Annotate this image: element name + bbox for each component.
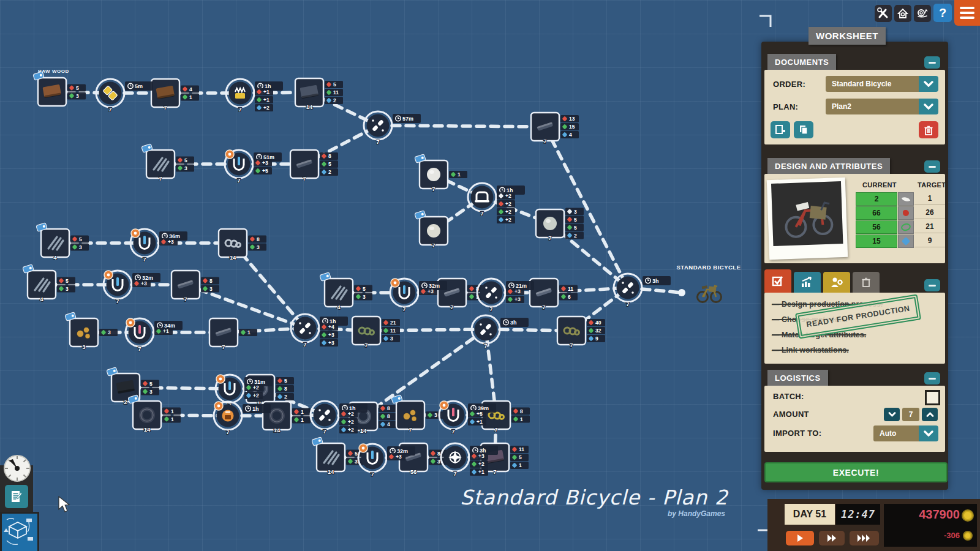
node-saw[interactable]: 5m7 xyxy=(96,79,153,113)
tab-delete[interactable] xyxy=(853,272,880,293)
node-gold-parts[interactable]: 37 xyxy=(391,395,444,433)
feather-icon xyxy=(898,192,914,206)
import-to-chevron[interactable] xyxy=(919,425,938,441)
node-tube-a[interactable]: 1114 xyxy=(128,395,181,433)
amount-increase-button[interactable] xyxy=(922,408,938,421)
node-seat[interactable]: 35527 xyxy=(536,208,584,242)
svg-text:+1: +1 xyxy=(478,469,484,475)
attribute-delta-badge: +1 xyxy=(468,418,486,425)
fastest-forward-button[interactable] xyxy=(850,531,879,545)
svg-text:11: 11 xyxy=(568,286,573,292)
delete-plan-button[interactable] xyxy=(919,121,938,138)
new-plan-button[interactable] xyxy=(771,121,790,138)
machine-marker-icon xyxy=(391,279,399,287)
node-frame[interactable]: 131547 xyxy=(531,113,579,144)
svg-text:+2: +2 xyxy=(263,105,270,111)
node-metal-sheet-a[interactable]: 537 xyxy=(141,144,194,182)
node-lathe-b[interactable]: 36m+37 xyxy=(130,229,187,263)
production-overview-button[interactable] xyxy=(0,512,39,551)
money-value: 437900 xyxy=(919,508,960,522)
svg-text:3: 3 xyxy=(76,93,79,99)
node-lathe-a[interactable]: 51m+3+57 xyxy=(225,150,282,184)
node-wire[interactable]: 17 xyxy=(209,318,257,350)
order-dropdown[interactable]: Standard Bicycle xyxy=(826,76,925,92)
attribute-badge: 8 xyxy=(379,405,397,412)
tools-button[interactable] xyxy=(875,5,892,22)
fast-forward-button[interactable] xyxy=(819,531,845,545)
attribute-badge: 6 xyxy=(559,293,578,301)
play-button[interactable] xyxy=(786,531,814,545)
svg-text:+3: +3 xyxy=(428,288,434,294)
node-handlebar[interactable]: 1167 xyxy=(530,279,578,310)
node-frame-part[interactable]: 8527 xyxy=(290,150,338,182)
attr-target-3: 9 xyxy=(914,234,945,247)
node-chain-set[interactable]: 403297 xyxy=(557,317,605,348)
node-tube-part[interactable]: 837 xyxy=(172,271,219,302)
node-press[interactable]: 1h+1+1+27 xyxy=(226,79,283,113)
logistics-header: LOGISTICS xyxy=(767,370,828,386)
plan-dropdown-chevron[interactable] xyxy=(919,99,938,114)
node-asm-d[interactable]: 3h7 xyxy=(472,315,529,349)
node-cut-board[interactable]: 417 xyxy=(151,79,199,111)
logistics-collapse-button[interactable] xyxy=(924,372,940,384)
svg-text:8: 8 xyxy=(284,386,287,392)
node-raw-wood[interactable]: 53RAW WOOD xyxy=(33,69,86,106)
node-furnace-a[interactable]: 34m+17 xyxy=(126,318,183,352)
attribute-delta-badge: +2 xyxy=(497,208,515,216)
node-cushion[interactable]: 7 xyxy=(415,211,448,249)
attribute-badge: 8 xyxy=(320,152,338,160)
node-gears[interactable]: 211137 xyxy=(352,317,400,348)
svg-text:4: 4 xyxy=(189,86,192,92)
node-metal-sheet-d[interactable]: 534 xyxy=(320,272,372,310)
node-metal-sheet-c[interactable]: 534 xyxy=(23,264,75,302)
svg-text:5: 5 xyxy=(574,217,577,223)
svg-text:1: 1 xyxy=(519,462,522,468)
chevron-down-icon xyxy=(924,103,933,110)
worksheet-toggle-button[interactable] xyxy=(5,485,28,508)
machine-marker-icon xyxy=(216,375,225,383)
svg-text:7: 7 xyxy=(237,177,240,184)
node-asm-b[interactable]: 21m+3+37 xyxy=(477,279,534,312)
import-to-dropdown[interactable]: Auto xyxy=(873,425,925,441)
amount-value[interactable]: 7 xyxy=(902,408,919,421)
documents-collapse-button[interactable] xyxy=(924,56,940,69)
svg-text:5: 5 xyxy=(79,236,82,242)
snail-button[interactable] xyxy=(914,5,931,22)
order-dropdown-chevron[interactable] xyxy=(919,76,938,92)
node-asm-a[interactable]: 57m7 xyxy=(364,111,421,145)
attribute-badge: 11 xyxy=(325,89,343,96)
money-delta: -306 xyxy=(944,531,960,540)
svg-text:+2: +2 xyxy=(505,209,511,215)
target-header: TARGET xyxy=(918,181,946,189)
node-metal-sheet-b[interactable]: 534 xyxy=(36,223,89,261)
amount-decrease-button[interactable] xyxy=(884,408,900,421)
amount-label: AMOUNT xyxy=(773,410,809,419)
plan-dropdown[interactable]: Plan2 xyxy=(826,99,925,114)
svg-text:40: 40 xyxy=(595,320,601,326)
execute-button[interactable]: EXECUTE! xyxy=(764,462,948,482)
blueprint-title: Standard Bicycle - Plan 2 xyxy=(423,485,766,509)
copy-plan-button[interactable] xyxy=(794,121,813,138)
menu-button[interactable] xyxy=(954,0,980,26)
attribute-badge: 3 xyxy=(201,285,219,293)
tab-checklist[interactable] xyxy=(764,269,791,293)
node-gold-ore[interactable]: 33 xyxy=(65,312,118,350)
checklist-collapse-button[interactable] xyxy=(924,279,940,291)
svg-text:4: 4 xyxy=(337,304,341,310)
tab-workers[interactable] xyxy=(823,272,850,293)
attribute-badge: 11 xyxy=(382,327,400,334)
node-metal-sheet-e[interactable]: 5314 xyxy=(312,437,364,475)
node-springs[interactable]: 8314 xyxy=(219,229,266,261)
svg-text:5: 5 xyxy=(355,451,358,457)
svg-text:4: 4 xyxy=(569,132,572,138)
node-lathe-c[interactable]: 32m+37 xyxy=(104,271,160,304)
svg-text:4: 4 xyxy=(53,254,57,261)
svg-text:5: 5 xyxy=(149,381,153,387)
home-button[interactable] xyxy=(894,5,911,22)
attribute-badge: 1 xyxy=(162,408,181,415)
attribute-delta-badge: +2 xyxy=(339,418,358,425)
help-button[interactable]: ? xyxy=(933,4,952,22)
design-collapse-button[interactable] xyxy=(924,160,940,173)
tab-statistics[interactable] xyxy=(794,272,821,293)
batch-checkbox[interactable] xyxy=(925,390,940,405)
